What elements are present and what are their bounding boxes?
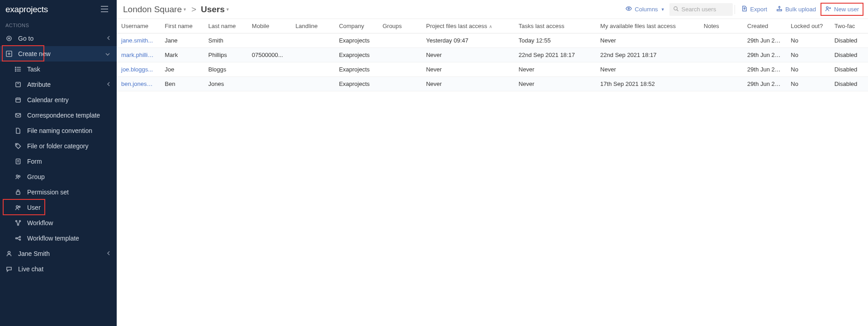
- cell-last-name: Smith: [204, 33, 247, 48]
- sidebar-section-label: ACTIONS: [0, 19, 117, 31]
- col-company[interactable]: Company: [334, 19, 378, 33]
- sidebar-sub-attribute[interactable]: Attribute: [0, 77, 117, 92]
- sidebar-item-current-user[interactable]: Jane Smith: [0, 246, 117, 261]
- cell-username[interactable]: mark.phillip...: [117, 48, 160, 62]
- svg-point-41: [628, 8, 630, 9]
- breadcrumb-project[interactable]: London Square▼: [123, 5, 187, 14]
- users-table-wrap[interactable]: Username First name Last name Mobile Lan…: [117, 19, 868, 326]
- table-header-row: Username First name Last name Mobile Lan…: [117, 19, 868, 33]
- svg-point-37: [19, 239, 21, 241]
- sidebar-item-label: Form: [27, 158, 42, 165]
- svg-point-36: [19, 236, 21, 238]
- search-icon: [673, 6, 679, 13]
- caret-down-icon: ▼: [183, 7, 187, 12]
- sidebar-sub-task[interactable]: Task: [0, 61, 117, 77]
- cell-my-avail-files-last-access: Never: [596, 62, 699, 77]
- sidebar-sub-correspondence-template[interactable]: Correspondence template: [0, 108, 117, 123]
- note-icon: [14, 81, 22, 88]
- svg-point-11: [15, 67, 16, 68]
- sidebar-sub-workflow[interactable]: Workflow: [0, 215, 117, 231]
- sidebar-sub-file-folder-category[interactable]: File or folder category: [0, 138, 117, 154]
- col-groups[interactable]: Groups: [378, 19, 422, 33]
- form-icon: [14, 158, 22, 165]
- svg-point-35: [16, 238, 17, 239]
- cell-mobile: 07500000...: [247, 48, 291, 62]
- caret-down-icon: ▼: [226, 7, 230, 12]
- cell-my-avail-files-last-access: 22nd Sep 2021 18:17: [596, 48, 699, 62]
- col-first-name[interactable]: First name: [160, 19, 204, 33]
- table-row[interactable]: jane.smith...JaneSmithExaprojectsYesterd…: [117, 33, 868, 48]
- cell-first-name: Ben: [160, 77, 204, 91]
- file-icon: [14, 127, 22, 134]
- export-button[interactable]: Export: [737, 3, 772, 16]
- sidebar-item-label: File naming convention: [27, 127, 92, 134]
- bulk-upload-button[interactable]: Bulk upload: [772, 3, 821, 16]
- svg-point-3: [7, 36, 11, 41]
- col-tasks-last-access[interactable]: Tasks last access: [514, 19, 596, 33]
- cell-project-files-last-access: Never: [422, 48, 514, 62]
- col-mobile[interactable]: Mobile: [247, 19, 291, 33]
- new-user-button[interactable]: New user: [821, 3, 863, 16]
- svg-point-45: [826, 7, 828, 9]
- sidebar-item-live-chat[interactable]: Live chat: [0, 261, 117, 277]
- chevron-right-icon: [107, 250, 110, 257]
- app-logo: exaprojects: [5, 5, 48, 14]
- caret-down-icon: ▼: [661, 7, 665, 12]
- breadcrumb-page[interactable]: Users▼: [201, 5, 230, 14]
- chevron-down-icon: [105, 50, 110, 57]
- cell-my-avail-files-last-access: Never: [596, 33, 699, 48]
- cell-two-factor: Disabled: [830, 77, 868, 91]
- sidebar-sub-form[interactable]: Form: [0, 154, 117, 169]
- col-landline[interactable]: Landline: [291, 19, 334, 33]
- col-notes[interactable]: Notes: [699, 19, 743, 33]
- sidebar-item-create-new[interactable]: Create new: [0, 46, 117, 61]
- cell-two-factor: Disabled: [830, 48, 868, 62]
- col-last-name[interactable]: Last name: [204, 19, 247, 33]
- svg-line-38: [17, 237, 19, 238]
- sidebar-item-label: Jane Smith: [18, 250, 50, 257]
- col-project-files-last-access[interactable]: Project files last access∧: [422, 19, 514, 33]
- cell-notes: [699, 33, 743, 48]
- cell-groups: [378, 62, 422, 77]
- mail-icon: [14, 112, 22, 119]
- table-row[interactable]: joe.bloggs...JoeBloggsExaprojectsNeverNe…: [117, 62, 868, 77]
- cell-username[interactable]: jane.smith...: [117, 33, 160, 48]
- sidebar-sub-workflow-template[interactable]: Workflow template: [0, 231, 117, 246]
- table-row[interactable]: ben.jones@...BenJonesExaprojectsNeverNev…: [117, 77, 868, 91]
- sidebar-item-label: Workflow: [27, 219, 53, 227]
- tag-icon: [14, 142, 22, 150]
- cell-created: 29th Jun 20...: [743, 48, 786, 62]
- search-input[interactable]: [682, 6, 727, 13]
- svg-point-21: [16, 144, 17, 145]
- cell-username[interactable]: ben.jones@...: [117, 77, 160, 91]
- sidebar-item-goto[interactable]: Go to: [0, 31, 117, 46]
- col-my-available-files-last-access[interactable]: My available files last access: [596, 19, 699, 33]
- export-icon: [741, 5, 748, 13]
- cell-mobile: [247, 77, 291, 91]
- hamburger-icon[interactable]: [99, 4, 110, 15]
- sidebar-sub-permission-set[interactable]: Permission set: [0, 184, 117, 200]
- svg-point-28: [16, 206, 18, 208]
- svg-line-33: [17, 222, 18, 224]
- col-username[interactable]: Username: [117, 19, 160, 33]
- table-row[interactable]: mark.phillip...MarkPhillips07500000...Ex…: [117, 48, 868, 62]
- svg-line-43: [677, 9, 678, 11]
- cell-my-avail-files-last-access: 17th Sep 2021 18:52: [596, 77, 699, 91]
- col-locked-out[interactable]: Locked out?: [786, 19, 830, 33]
- col-two-factor[interactable]: Two-fac: [830, 19, 868, 33]
- sidebar-sub-user[interactable]: User: [0, 200, 117, 215]
- svg-point-25: [16, 175, 18, 177]
- columns-button[interactable]: Columns ▼: [621, 3, 669, 16]
- col-created[interactable]: Created: [743, 19, 786, 33]
- cell-project-files-last-access: Yesterday 09:47: [422, 33, 514, 48]
- sidebar-sub-file-naming[interactable]: File naming convention: [0, 123, 117, 138]
- sidebar-sub-group[interactable]: Group: [0, 169, 117, 184]
- search-users[interactable]: [669, 3, 733, 16]
- cell-username[interactable]: joe.bloggs...: [117, 62, 160, 77]
- sidebar-sub-calendar-entry[interactable]: Calendar entry: [0, 92, 117, 108]
- cell-project-files-last-access: Never: [422, 62, 514, 77]
- cell-landline: [291, 62, 334, 77]
- sidebar: exaprojects ACTIONS Go to Create new: [0, 0, 117, 326]
- workflow-template-icon: [14, 235, 22, 242]
- cell-created: 29th Jun 20...: [743, 77, 786, 91]
